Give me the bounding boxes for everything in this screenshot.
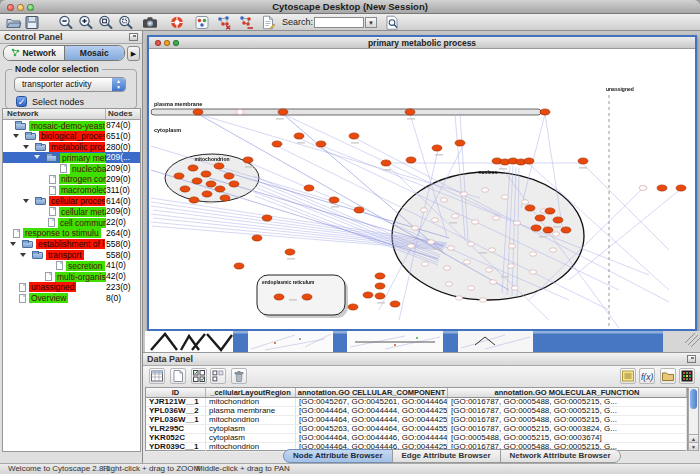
expander-icon[interactable] — [23, 199, 29, 203]
annotation-icon[interactable] — [260, 15, 276, 30]
main-toolbar: Search: ▼ — [0, 14, 700, 31]
tree-header[interactable]: Network Nodes — [3, 109, 140, 120]
tree-row-count: 280(0) — [106, 142, 131, 153]
zoom-selected-icon[interactable] — [118, 15, 134, 30]
mosaic-tab-label: Mosaic — [80, 48, 109, 58]
help-ring-icon[interactable] — [169, 15, 185, 30]
open-session-icon[interactable] — [6, 15, 22, 30]
table-row[interactable]: YJR121W__1mitochondrion[GO:0045267, GO:0… — [146, 398, 687, 407]
search-index-icon[interactable] — [384, 15, 400, 30]
data-panel-toolbar: f(x) — [143, 366, 700, 387]
tree-row[interactable]: metabolic process280(0) — [3, 142, 140, 153]
dropdown-stepper-icon: ▲▼ — [112, 78, 125, 91]
network-canvas[interactable]: plasma membrane cytoplasm mitochondrion … — [149, 50, 695, 331]
tree-row[interactable]: multi-organism pro42(0) — [3, 271, 140, 282]
snapshot-icon[interactable] — [142, 15, 158, 30]
tree-row[interactable]: transport558(0) — [3, 250, 140, 261]
zoom-out-icon[interactable] — [58, 15, 74, 30]
tree-row[interactable]: cell communicat22(0) — [3, 217, 140, 228]
tree-row[interactable]: establishment of lo558(0) — [3, 239, 140, 250]
select-attributes-icon[interactable] — [191, 368, 207, 384]
attribute-matrix-icon[interactable] — [679, 368, 695, 384]
select-nodes-checkbox[interactable]: ✓ — [16, 96, 27, 107]
float-panel-icon[interactable] — [687, 355, 696, 363]
new-attribute-icon[interactable] — [170, 368, 186, 384]
tree-row-count: 209(0) — [106, 206, 131, 217]
tab-node-attribute-browser[interactable]: Node Attribute Browser — [283, 449, 393, 463]
tree-row[interactable]: mosaic-demo-yeast874(0) — [3, 120, 140, 131]
delete-attribute-icon[interactable] — [231, 368, 247, 384]
save-session-icon[interactable] — [24, 15, 40, 30]
expander-icon[interactable] — [20, 253, 26, 257]
folder-icon — [35, 198, 46, 205]
tree-row[interactable]: cellular process614(0) — [3, 196, 140, 207]
table-row[interactable]: YPL036W__1mitochondrion[GO:0044464, GO:0… — [146, 416, 687, 425]
cell-region: mitochondrion — [206, 416, 296, 424]
table-row[interactable]: YPL036W__2plasma membrane[GO:0044464, GO… — [146, 407, 687, 416]
column-header-id[interactable]: ID — [146, 388, 206, 397]
background-windows[interactable] — [145, 331, 700, 352]
tree-row[interactable]: Overview8(0) — [3, 293, 140, 304]
control-panel-tabs: Network Mosaic — [3, 45, 125, 61]
app-titlebar[interactable]: Cytoscape Desktop (New Session) — [0, 0, 700, 14]
tab-network[interactable]: Network — [4, 46, 64, 60]
tree-row-selected[interactable]: primary metabo209(... — [3, 152, 140, 163]
cell-region: cytoplasm — [206, 434, 296, 442]
float-panel-icon[interactable] — [129, 33, 138, 41]
new-network-from-selection-icon[interactable] — [238, 15, 254, 30]
table-scrollbar[interactable]: ▲ ▼ — [688, 387, 699, 451]
attribute-table-icon[interactable] — [149, 368, 165, 384]
tree-row[interactable]: macromolecule311(0) — [3, 185, 140, 196]
hide-selected-icon[interactable] — [216, 15, 232, 30]
plasma-membrane-region — [151, 109, 541, 115]
tab-mosaic[interactable]: Mosaic — [64, 46, 125, 60]
vizmapper-icon[interactable] — [194, 15, 210, 30]
tree-row[interactable]: cellular metabo209(0) — [3, 206, 140, 217]
table-row[interactable]: YKR052Ccytoplasm[GO:0044464, GO:0044446,… — [146, 434, 687, 443]
cell-id: YLR295C — [146, 425, 206, 433]
node-color-dropdown[interactable]: transporter activity ▲▼ — [14, 77, 126, 92]
column-header-region[interactable]: _cellularLayoutRegion — [206, 388, 296, 397]
function-builder-icon[interactable]: f(x) — [639, 368, 655, 384]
attribute-list-icon[interactable] — [620, 368, 636, 384]
tree-row[interactable]: response to stimulu264(0) — [3, 228, 140, 239]
zoom-fit-icon[interactable] — [98, 15, 114, 30]
tree-row[interactable]: biological_process651(0) — [3, 131, 140, 142]
app-title: Cytoscape Desktop (New Session) — [0, 1, 700, 12]
expander-icon[interactable] — [10, 242, 16, 246]
unselect-attributes-icon[interactable] — [210, 368, 226, 384]
tab-overflow-arrow[interactable]: ▶ — [127, 46, 140, 61]
tree-row[interactable]: nucleobase-209(0) — [3, 163, 140, 174]
tree-row[interactable]: secretion41(0) — [3, 260, 140, 271]
tree-column-nodes[interactable]: Nodes — [105, 109, 140, 119]
expander-icon[interactable] — [13, 134, 19, 138]
tree-row-count: 558(0) — [106, 250, 131, 261]
network-view-window[interactable]: primary metabolic process — [147, 35, 697, 331]
search-dropdown-button[interactable]: ▼ — [365, 17, 377, 28]
tree-rows: mosaic-demo-yeast874(0) biological_proce… — [3, 120, 140, 304]
tab-edge-attribute-browser[interactable]: Edge Attribute Browser — [392, 449, 501, 463]
expander-icon[interactable] — [23, 145, 29, 149]
attribute-table-header[interactable]: ID _cellularLayoutRegion annotation.GO C… — [146, 388, 687, 398]
select-nodes-row: ✓ Select nodes — [16, 96, 84, 108]
tab-network-attribute-browser[interactable]: Network Attribute Browser — [500, 449, 621, 463]
scrollbar-thumb[interactable] — [690, 389, 697, 409]
scroll-up-icon[interactable]: ▲ — [689, 434, 698, 442]
zoom-in-icon[interactable] — [78, 15, 94, 30]
column-header-cellular-component[interactable]: annotation.GO CELLULAR_COMPONENT — [296, 388, 448, 397]
status-welcome: Welcome to Cytoscape 2.8.1 — [8, 464, 110, 474]
scroll-down-icon[interactable]: ▼ — [689, 442, 698, 450]
file-icon — [48, 218, 55, 227]
import-attributes-icon[interactable] — [660, 368, 676, 384]
tree-column-network[interactable]: Network — [3, 109, 105, 119]
search-input[interactable] — [314, 17, 364, 28]
cell-region: mitochondrion — [206, 398, 296, 406]
tree-row[interactable]: nitrogen compo209(0) — [3, 174, 140, 185]
table-row[interactable]: YLR295Ccytoplasm[GO:0045263, GO:0044464,… — [146, 425, 687, 434]
folder-icon — [25, 133, 36, 140]
network-window-titlebar[interactable]: primary metabolic process — [149, 37, 695, 49]
expander-icon[interactable] — [34, 155, 40, 159]
attribute-table[interactable]: ID _cellularLayoutRegion annotation.GO C… — [145, 387, 688, 451]
column-header-molecular-function[interactable]: annotation.GO MOLECULAR_FUNCTION — [448, 388, 687, 397]
tree-row[interactable]: unassigned223(0) — [3, 282, 140, 293]
